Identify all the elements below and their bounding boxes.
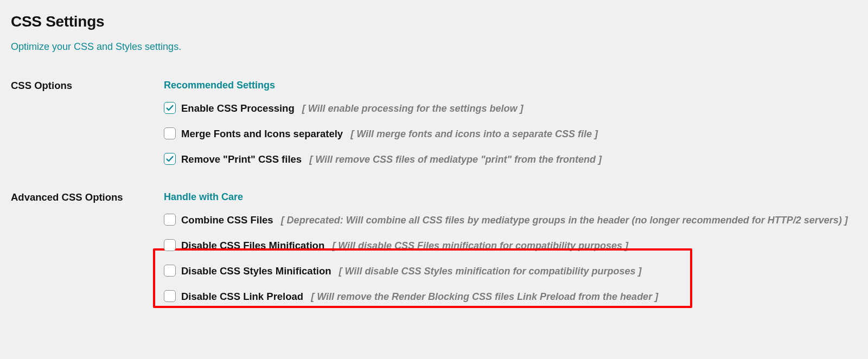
option-label[interactable]: Disable CSS Styles Minification	[181, 265, 331, 277]
checkbox[interactable]	[164, 290, 176, 302]
checkbox[interactable]	[164, 265, 176, 277]
option-hint: [ Will remove the Render Blocking CSS fi…	[311, 291, 658, 302]
section-advanced-css-options: Advanced CSS Options Handle with Care Co…	[11, 191, 857, 304]
section-css-options: CSS Options Recommended Settings Enable …	[11, 80, 857, 166]
option-hint: [ Deprecated: Will combine all CSS files…	[281, 215, 848, 226]
option-hint: [ Will disable CSS Files minification fo…	[332, 240, 628, 251]
checkbox[interactable]	[164, 239, 176, 251]
option-hint: [ Will remove CSS files of mediatype "pr…	[309, 154, 602, 165]
option-row: Enable CSS Processing[ Will enable proce…	[164, 102, 857, 116]
option-label[interactable]: Remove "Print" CSS files	[181, 153, 302, 165]
option-hint: [ Will disable CSS Styles minification f…	[339, 266, 642, 277]
option-row: Disable CSS Styles Minification[ Will di…	[164, 265, 857, 278]
section-label-advanced-css-options: Advanced CSS Options	[11, 191, 164, 203]
checkbox[interactable]	[164, 127, 176, 139]
section-label-css-options: CSS Options	[11, 80, 164, 92]
option-hint: [ Will enable processing for the setting…	[302, 103, 524, 114]
option-label[interactable]: Disable CSS Link Preload	[181, 291, 303, 302]
option-row: Remove "Print" CSS files[ Will remove CS…	[164, 153, 857, 166]
page-title: CSS Settings	[11, 13, 857, 30]
page-subtitle: Optimize your CSS and Styles settings.	[11, 41, 857, 53]
option-hint: [ Will merge fonts and icons into a sepa…	[350, 129, 598, 139]
section-heading-recommended: Recommended Settings	[164, 80, 857, 91]
option-label[interactable]: Disable CSS Files Minification	[181, 240, 324, 251]
section-heading-handle-with-care: Handle with Care	[164, 191, 857, 203]
checkbox[interactable]	[164, 102, 176, 114]
checkbox[interactable]	[164, 153, 176, 165]
option-label[interactable]: Combine CSS Files	[181, 214, 273, 226]
option-label[interactable]: Merge Fonts and Icons separately	[181, 128, 343, 139]
option-row: Merge Fonts and Icons separately[ Will m…	[164, 127, 857, 141]
option-label[interactable]: Enable CSS Processing	[181, 102, 295, 114]
option-row: Combine CSS Files[ Deprecated: Will comb…	[164, 214, 857, 227]
option-row: Disable CSS Link Preload[ Will remove th…	[164, 290, 857, 304]
checkbox[interactable]	[164, 214, 176, 226]
option-row: Disable CSS Files Minification[ Will dis…	[164, 239, 857, 253]
